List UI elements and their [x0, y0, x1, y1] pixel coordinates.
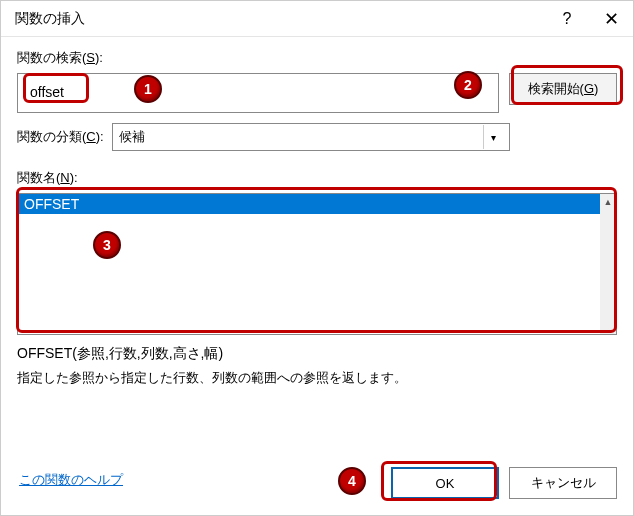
dialog-body: 関数の検索(S): 検索開始(G) 関数の分類(C): 候補 ▾ 関数名(N):… — [1, 37, 633, 387]
help-icon[interactable]: ? — [545, 1, 589, 37]
annotation-badge: 4 — [338, 467, 366, 495]
insert-function-dialog: 関数の挿入 ? ✕ 関数の検索(S): 検索開始(G) 関数の分類(C): 候補… — [0, 0, 634, 516]
dialog-title: 関数の挿入 — [15, 10, 545, 28]
scroll-up-icon[interactable]: ▲ — [600, 194, 616, 210]
category-select[interactable]: 候補 ▾ — [112, 123, 510, 151]
category-selected-value: 候補 — [119, 128, 145, 146]
dialog-footer: OK キャンセル — [391, 467, 617, 499]
search-label: 関数の検索(S): — [17, 49, 617, 67]
list-item[interactable]: OFFSET — [18, 194, 616, 214]
category-label: 関数の分類(C): — [17, 128, 104, 146]
scrollbar[interactable]: ▲ — [600, 194, 616, 334]
help-link[interactable]: この関数のヘルプ — [19, 471, 123, 489]
chevron-down-icon: ▾ — [483, 125, 503, 149]
search-start-button[interactable]: 検索開始(G) — [509, 73, 617, 105]
close-icon[interactable]: ✕ — [589, 1, 633, 37]
function-description: 指定した参照から指定した行数、列数の範囲への参照を返します。 — [17, 369, 617, 387]
function-signature: OFFSET(参照,行数,列数,高さ,幅) — [17, 345, 617, 363]
ok-button[interactable]: OK — [391, 467, 499, 499]
search-input[interactable] — [22, 78, 162, 106]
function-list[interactable]: OFFSET ▲ — [17, 193, 617, 335]
dialog-titlebar: 関数の挿入 ? ✕ — [1, 1, 633, 37]
funcname-label: 関数名(N): — [17, 169, 617, 187]
search-box — [17, 73, 499, 113]
cancel-button[interactable]: キャンセル — [509, 467, 617, 499]
